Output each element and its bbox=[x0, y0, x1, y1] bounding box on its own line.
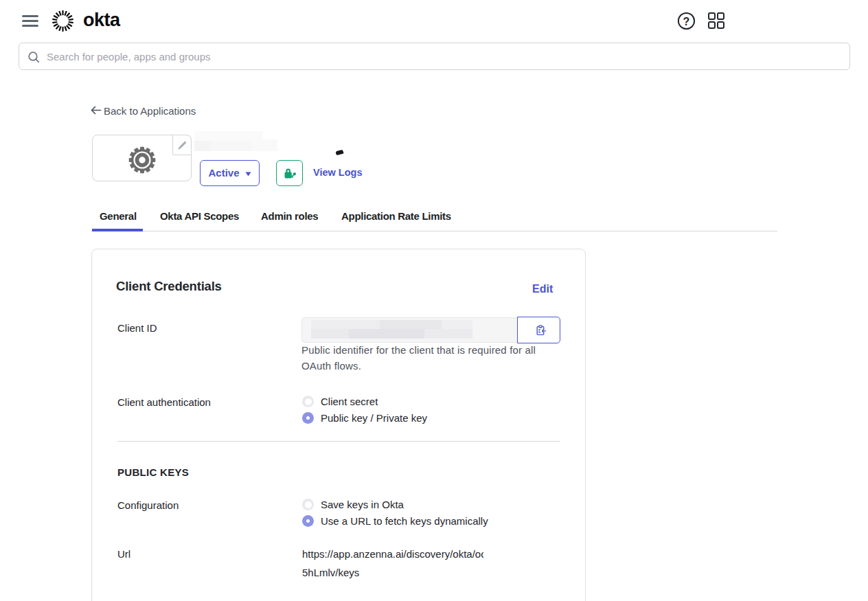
svg-text:?: ? bbox=[683, 16, 690, 27]
